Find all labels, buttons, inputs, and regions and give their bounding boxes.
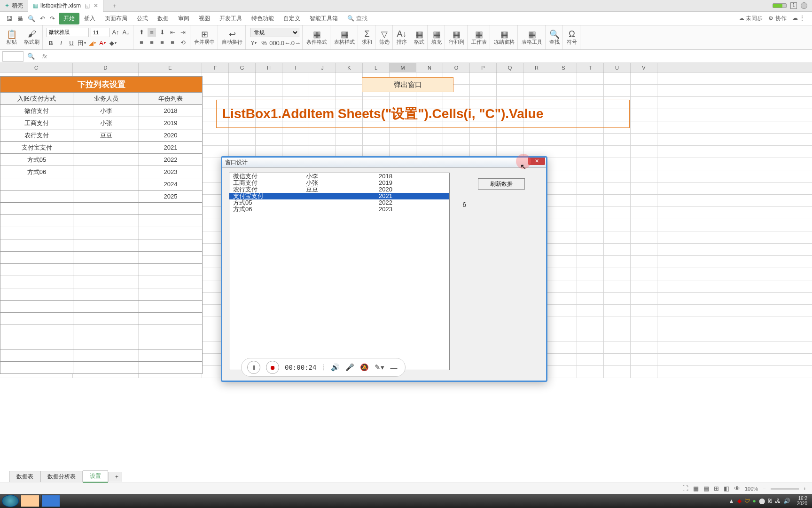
- align-right-icon[interactable]: ≡: [158, 39, 166, 47]
- table-cell[interactable]: [139, 276, 203, 288]
- listbox-row[interactable]: 微信支付小李2018: [229, 173, 449, 180]
- col-header[interactable]: S: [550, 63, 577, 72]
- table-cell[interactable]: [73, 264, 139, 276]
- table-cell[interactable]: [139, 337, 203, 349]
- find-button[interactable]: 🔍查找: [549, 29, 560, 46]
- table-cell[interactable]: [139, 215, 203, 227]
- zoom-in-icon[interactable]: +: [804, 486, 806, 492]
- col-header[interactable]: M: [390, 63, 416, 72]
- table-cell[interactable]: 2018: [139, 105, 203, 117]
- highlight-icon[interactable]: ◆: [109, 39, 117, 48]
- ttool-button[interactable]: ▦表格工具: [522, 29, 542, 46]
- align-top-icon[interactable]: ⬆: [137, 28, 146, 37]
- col-header[interactable]: D: [73, 63, 139, 72]
- collab-button[interactable]: 协作: [768, 15, 786, 23]
- table-cell[interactable]: 支付宝支付: [0, 142, 73, 154]
- tray-icon[interactable]: ◆: [737, 498, 742, 504]
- col-header[interactable]: C: [0, 63, 73, 72]
- table-cell[interactable]: [73, 288, 139, 301]
- font-color-icon[interactable]: A: [98, 39, 107, 48]
- table-cell[interactable]: [73, 301, 139, 313]
- table-cell[interactable]: [73, 227, 139, 239]
- sheet-tab[interactable]: 数据表: [9, 471, 40, 482]
- table-cell[interactable]: [139, 203, 203, 215]
- pen-icon[interactable]: ✎▾: [375, 363, 384, 372]
- indent-inc-icon[interactable]: ⇥: [179, 28, 187, 37]
- wrap-button[interactable]: ↩自动换行: [222, 29, 242, 46]
- profile-icon[interactable]: [801, 2, 807, 9]
- preview-icon[interactable]: 🔍: [28, 15, 35, 22]
- table-cell[interactable]: [73, 325, 139, 337]
- sort-button[interactable]: A↓排序: [397, 29, 407, 46]
- reading-view-icon[interactable]: ⊞: [714, 485, 719, 492]
- wps-icon[interactable]: [41, 495, 60, 507]
- restore-icon[interactable]: ◱: [85, 2, 90, 9]
- align-justify-icon[interactable]: ≡: [168, 39, 177, 47]
- increase-font-icon[interactable]: A↑: [111, 28, 120, 37]
- align-bot-icon[interactable]: ⬇: [158, 28, 166, 37]
- listbox-row[interactable]: 方式052022: [229, 199, 449, 206]
- sheet-button[interactable]: ▦工作表: [471, 29, 487, 46]
- border-icon[interactable]: 田: [78, 39, 86, 48]
- indent-dec-icon[interactable]: ⇤: [168, 28, 177, 37]
- fx-icon[interactable]: fx: [42, 53, 47, 60]
- table-cell[interactable]: 微信支付: [0, 105, 73, 117]
- italic-icon[interactable]: I: [57, 39, 65, 48]
- tab-insert[interactable]: 插入: [79, 13, 100, 24]
- table-cell[interactable]: [73, 203, 139, 215]
- sync-status[interactable]: 未同步: [739, 15, 763, 23]
- col-header[interactable]: H: [256, 63, 282, 72]
- refresh-button[interactable]: 刷新数据: [478, 178, 525, 190]
- col-header[interactable]: L: [363, 63, 390, 72]
- table-cell[interactable]: [0, 227, 73, 239]
- table-cell[interactable]: [0, 276, 73, 288]
- table-cell[interactable]: [139, 349, 203, 362]
- close-icon[interactable]: ✕: [94, 2, 98, 9]
- table-cell[interactable]: [0, 190, 73, 203]
- align-mid-icon[interactable]: ≡: [148, 28, 156, 37]
- window-mode-icon[interactable]: 1: [790, 2, 797, 9]
- percent-icon[interactable]: %: [260, 39, 268, 48]
- table-cell[interactable]: 方式06: [0, 166, 73, 178]
- listbox-row[interactable]: 方式062023: [229, 206, 449, 213]
- font-name-input[interactable]: [47, 28, 89, 37]
- new-tab[interactable]: ＋: [103, 0, 122, 12]
- table-cell[interactable]: [139, 239, 203, 252]
- mic-icon[interactable]: 🎤: [345, 363, 354, 372]
- table-cell[interactable]: 2019: [139, 117, 203, 129]
- tab-data[interactable]: 数据: [153, 13, 173, 24]
- rowcol-button[interactable]: ▦行和列: [449, 29, 464, 46]
- table-cell[interactable]: 2023: [139, 166, 203, 178]
- tab-smart[interactable]: 智能工具箱: [305, 13, 343, 24]
- table-cell[interactable]: [139, 313, 203, 325]
- table-cell[interactable]: [0, 203, 73, 215]
- col-header[interactable]: I: [282, 63, 309, 72]
- tray-icon[interactable]: ₪: [768, 498, 772, 504]
- table-cell[interactable]: 豆豆: [73, 129, 139, 142]
- table-cell[interactable]: [139, 227, 203, 239]
- sheet-tab[interactable]: 数据分析表: [40, 471, 83, 482]
- table-cell[interactable]: [0, 349, 73, 362]
- paste-button[interactable]: 📋粘贴: [7, 29, 17, 46]
- bell-off-icon[interactable]: 🔕: [360, 363, 369, 372]
- col-header[interactable]: U: [604, 63, 631, 72]
- col-header[interactable]: N: [416, 63, 443, 72]
- fill-color-icon[interactable]: ◢: [88, 39, 96, 48]
- page-view-icon[interactable]: ▤: [703, 485, 709, 492]
- table-cell[interactable]: [73, 313, 139, 325]
- col-header[interactable]: V: [631, 63, 657, 72]
- table-cell[interactable]: 2020: [139, 129, 203, 142]
- eye-icon[interactable]: 👁: [734, 485, 740, 492]
- tray-icon[interactable]: ▲: [729, 498, 734, 504]
- comma-icon[interactable]: 000: [270, 39, 279, 48]
- undo-icon[interactable]: ↶: [40, 15, 45, 22]
- listbox-row[interactable]: 支付宝支付2021: [229, 193, 449, 199]
- zoom-slider[interactable]: [771, 488, 799, 490]
- table-cell[interactable]: [73, 337, 139, 349]
- table-cell[interactable]: 农行支付: [0, 129, 73, 142]
- minimize-icon[interactable]: —: [390, 364, 397, 372]
- tray-icon[interactable]: ⬤: [759, 498, 765, 504]
- table-cell[interactable]: [0, 239, 73, 252]
- redo-icon[interactable]: ↷: [50, 15, 55, 22]
- table-cell[interactable]: [0, 337, 73, 349]
